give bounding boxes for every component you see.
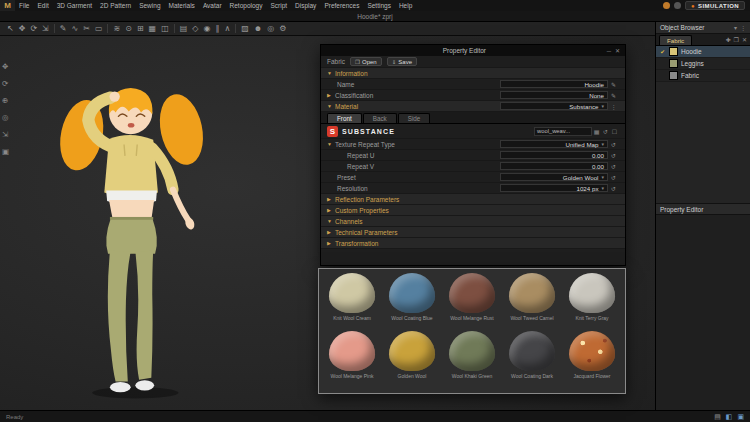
fabric-list-item-hoodie[interactable]: ✔ Hoodie — [656, 46, 750, 58]
repeat-u-input[interactable]: 0.00 — [500, 151, 608, 160]
curve-icon[interactable]: ∿ — [72, 24, 79, 33]
avatar-icon[interactable]: ☻ — [254, 24, 262, 33]
reflection-parameters-header[interactable]: ▶ Reflection Parameters — [321, 194, 625, 205]
pattern-icon[interactable]: ▦ — [149, 24, 157, 33]
menu-materials[interactable]: Materials — [165, 0, 199, 11]
delete-fabric-icon[interactable]: ✕ — [742, 36, 747, 43]
orbit-icon[interactable]: ⟳ — [2, 79, 9, 88]
information-section-header[interactable]: ▼ Information — [321, 68, 625, 79]
scale-icon[interactable]: ⇲ — [42, 24, 49, 33]
pan-icon[interactable]: ✥ — [2, 62, 9, 71]
mirror-icon[interactable]: ◫ — [161, 24, 169, 33]
grid-icon[interactable]: ⊞ — [137, 24, 144, 33]
menu-help[interactable]: Help — [395, 0, 416, 11]
menu-retopology[interactable]: Retopology — [226, 0, 267, 11]
menu-edit[interactable]: Edit — [33, 0, 52, 11]
material-options-icon[interactable]: ⋮ — [608, 103, 619, 110]
menu-script[interactable]: Script — [266, 0, 291, 11]
tab-back[interactable]: Back — [363, 113, 397, 123]
menu-display[interactable]: Display — [291, 0, 320, 11]
tab-fabric[interactable]: Fabric — [659, 35, 692, 45]
scissors-icon[interactable]: ✂ — [83, 24, 90, 33]
checkbox-icon[interactable]: ☐ — [610, 128, 619, 135]
cloud-status-icon[interactable] — [674, 2, 681, 9]
preset-dropdown[interactable]: Golden Wool ▾ — [500, 173, 608, 182]
tab-front[interactable]: Front — [327, 113, 362, 123]
camera-icon[interactable]: ◎ — [267, 24, 274, 33]
texture-icon[interactable]: ▨ — [241, 24, 249, 33]
transformation-header[interactable]: ▶ Transformation — [321, 238, 625, 249]
focus-icon[interactable]: ◎ — [2, 113, 9, 122]
fabric-list-item-leggins[interactable]: Leggins — [656, 58, 750, 70]
channels-header[interactable]: ▼ Channels — [321, 216, 625, 227]
settings-icon[interactable]: ⚙ — [279, 24, 286, 33]
edit-pencil-icon[interactable]: ✎ — [608, 81, 619, 88]
texture-repeat-type-dropdown[interactable]: Unified Map ▾ — [500, 140, 608, 149]
tab-side[interactable]: Side — [398, 113, 431, 123]
preset-thumbnail[interactable]: Wool Khaki Green — [442, 331, 502, 389]
simulation-button[interactable]: ● SIMULATION — [685, 1, 745, 10]
custom-properties-header[interactable]: ▶ Custom Properties — [321, 205, 625, 216]
gizmo-icon[interactable]: ⇲ — [2, 130, 9, 139]
duplicate-fabric-icon[interactable]: ❐ — [734, 36, 739, 43]
material-section-header[interactable]: ▼ Material Substance ▾ ⋮ — [321, 101, 625, 112]
preset-thumbnail[interactable]: Wool Melange Rust — [442, 273, 502, 331]
zipper-icon[interactable]: ∥ — [215, 24, 219, 33]
open-button[interactable]: ❐ Open — [350, 57, 382, 66]
tape-icon[interactable]: ▭ — [95, 24, 103, 33]
collapse-icon[interactable]: ▾ — [734, 24, 737, 31]
technical-parameters-header[interactable]: ▶ Technical Parameters — [321, 227, 625, 238]
sewing-icon[interactable]: ≋ — [113, 24, 120, 33]
button-icon[interactable]: ◉ — [203, 24, 210, 33]
edit-pencil-icon[interactable]: ✎ — [608, 92, 619, 99]
material-type-dropdown[interactable]: Substance ▾ — [500, 102, 608, 111]
menu-dots-icon[interactable]: ⋮ — [740, 24, 746, 31]
reset-icon[interactable]: ↺ — [608, 163, 619, 170]
move-icon[interactable]: ✥ — [19, 24, 26, 33]
image-icon[interactable]: ▦ — [592, 128, 601, 135]
rotate-icon[interactable]: ⟳ — [30, 24, 37, 33]
repeat-v-input[interactable]: 0.00 — [500, 162, 608, 171]
preset-thumbnail[interactable]: Wool Melange Pink — [322, 331, 382, 389]
preset-thumbnail[interactable]: Wool Coating Dark — [502, 331, 562, 389]
select-icon[interactable]: ↖ — [7, 24, 14, 33]
menu-avatar[interactable]: Avatar — [199, 0, 226, 11]
add-fabric-icon[interactable]: ✚ — [726, 36, 731, 43]
account-avatar-icon[interactable] — [663, 2, 670, 9]
preset-thumbnail[interactable]: Wool Tweed Camel — [502, 273, 562, 331]
grid-view-icon[interactable]: ▤ — [714, 413, 721, 421]
menu-file[interactable]: File — [15, 0, 33, 11]
preset-thumbnail[interactable]: Knit Terry Gray — [562, 273, 622, 331]
menu-sewing[interactable]: Sewing — [135, 0, 164, 11]
menu-3d-garment[interactable]: 3D Garment — [53, 0, 96, 11]
zoom-icon[interactable]: ⊕ — [2, 96, 9, 105]
fold-icon[interactable]: ∧ — [224, 24, 230, 33]
caret-right-icon[interactable]: ▶ — [327, 92, 335, 98]
minimize-icon[interactable]: ─ — [607, 48, 611, 54]
close-icon[interactable]: ✕ — [615, 47, 620, 54]
menu-settings[interactable]: Settings — [363, 0, 395, 11]
name-input[interactable]: Hoodie — [500, 80, 608, 89]
reset-icon[interactable]: ↺ — [608, 174, 619, 181]
reset-icon[interactable]: ↺ — [608, 141, 619, 148]
pin-icon[interactable]: ⊙ — [125, 24, 132, 33]
reset-icon[interactable]: ↺ — [608, 152, 619, 159]
split-view-icon[interactable]: ◧ — [726, 413, 733, 421]
property-editor-header[interactable]: Property Editor ─ ✕ — [321, 45, 625, 56]
home-icon[interactable]: ▣ — [2, 147, 9, 156]
caret-down-icon[interactable]: ▼ — [327, 141, 335, 147]
measure-icon[interactable]: ▤ — [180, 24, 188, 33]
menu-preferences[interactable]: Preferences — [320, 0, 363, 11]
sidebar-property-editor-header[interactable]: Property Editor — [656, 203, 750, 215]
preset-thumbnail[interactable]: Golden Wool — [382, 331, 442, 389]
preset-thumbnail[interactable]: Wool Coating Blue — [382, 273, 442, 331]
fabric-list-item-fabric[interactable]: Fabric — [656, 70, 750, 82]
substance-file-field[interactable]: wool_weav... — [534, 127, 592, 136]
resolution-dropdown[interactable]: 1024 px ▾ — [500, 184, 608, 193]
save-button[interactable]: ⇓ Save — [387, 57, 417, 66]
menu-2d-pattern[interactable]: 2D Pattern — [96, 0, 135, 11]
dart-icon[interactable]: ◇ — [192, 24, 198, 33]
classification-value[interactable]: None — [500, 91, 608, 100]
reset-icon[interactable]: ↺ — [608, 185, 619, 192]
pen-icon[interactable]: ✎ — [60, 24, 67, 33]
